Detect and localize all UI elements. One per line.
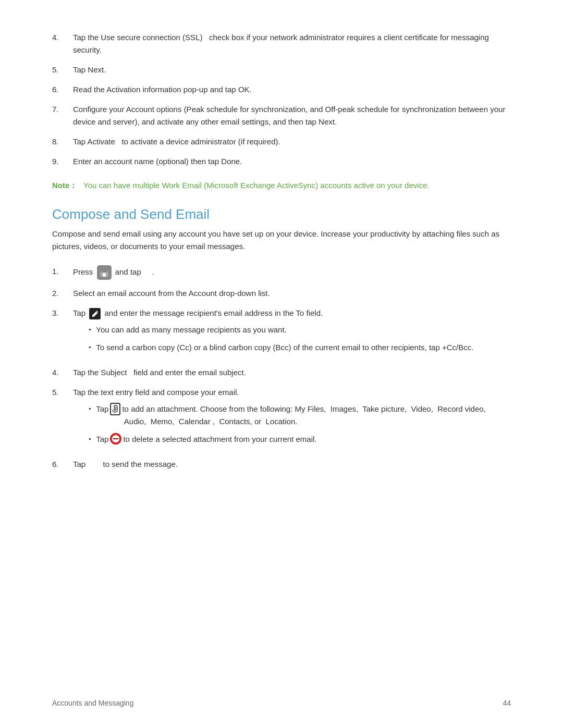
step-5-bullets: Tap to add an attachment. Choose from th… [89, 403, 511, 446]
compose-step-6-num: 6. [52, 458, 73, 471]
attachment-icon [110, 403, 120, 415]
compose-steps: 1. Press and tap . 2. Select an email ac… [52, 265, 511, 471]
compose-step-2: 2. Select an email account from the Acco… [52, 287, 511, 300]
section-title: Compose and Send Email [52, 206, 511, 223]
step-8: 8. Tap Activate to activate a device adm… [52, 135, 511, 148]
compose-step-2-content: Select an email account from the Account… [73, 287, 511, 300]
step-6-num: 6. [52, 83, 73, 96]
note-text: You can have multiple Work Email (Micros… [83, 179, 511, 192]
step-8-num: 8. [52, 135, 73, 148]
step-9-content: Enter an account name (optional) then ta… [73, 155, 511, 168]
bullet-5-2: Tap to delete a selected attachment from… [89, 433, 511, 446]
step-5-content: Tap Next. [73, 64, 511, 76]
svg-rect-2 [103, 273, 106, 277]
step-8-content: Tap Activate to activate a device admini… [73, 135, 511, 148]
compose-step-5-content: Tap the text entry field and compose you… [73, 386, 511, 451]
step-5-num: 5. [52, 64, 73, 76]
step-6-content: Read the Activation information pop-up a… [73, 83, 511, 96]
step-9: 9. Enter an account name (optional) then… [52, 155, 511, 168]
step-5: 5. Tap Next. [52, 64, 511, 76]
step-7-num: 7. [52, 103, 73, 128]
step-7: 7. Configure your Account options (Peak … [52, 103, 511, 128]
compose-step-1-content: Press and tap . [73, 265, 511, 280]
step-4: 4. Tap the Use secure connection (SSL) c… [52, 31, 511, 56]
compose-step-4: 4. Tap the Subject field and enter the e… [52, 366, 511, 379]
intro-steps: 4. Tap the Use secure connection (SSL) c… [52, 31, 511, 168]
compose-step-3-num: 3. [52, 307, 73, 359]
delete-attachment-icon [110, 433, 121, 445]
note-block: Note： You can have multiple Work Email (… [52, 179, 511, 192]
section-intro: Compose and send email using any account… [52, 228, 511, 253]
compose-pencil-icon [89, 308, 101, 319]
compose-step-6-content: Tap to send the message. [73, 458, 511, 471]
page-container: 4. Tap the Use secure connection (SSL) c… [0, 0, 563, 520]
compose-step-3-content: Tap and enter the message recipient's em… [73, 307, 511, 359]
step-9-num: 9. [52, 155, 73, 168]
footer-left: Accounts and Messaging [52, 699, 133, 707]
compose-step-1: 1. Press and tap . [52, 265, 511, 280]
bullet-3-1: You can add as many message recipients a… [89, 324, 511, 336]
home-icon [97, 265, 112, 280]
page-footer: Accounts and Messaging 44 [52, 699, 511, 707]
note-label: Note： [52, 179, 83, 192]
compose-step-1-num: 1. [52, 265, 73, 280]
step-3-bullets: You can add as many message recipients a… [89, 324, 511, 354]
compose-step-5-num: 5. [52, 386, 73, 451]
bullet-3-2: To send a carbon copy (Cc) or a blind ca… [89, 341, 511, 354]
compose-step-4-num: 4. [52, 366, 73, 379]
footer-right: 44 [503, 699, 511, 707]
svg-marker-1 [100, 268, 108, 272]
step-4-content: Tap the Use secure connection (SSL) chec… [73, 31, 511, 56]
compose-step-2-num: 2. [52, 287, 73, 300]
compose-step-5: 5. Tap the text entry field and compose … [52, 386, 511, 451]
compose-step-3: 3. Tap and enter the message recipient's… [52, 307, 511, 359]
step-7-content: Configure your Account options (Peak sch… [73, 103, 511, 128]
step-6: 6. Read the Activation information pop-u… [52, 83, 511, 96]
compose-step-6: 6. Tap to send the message. [52, 458, 511, 471]
bullet-5-1: Tap to add an attachment. Choose from th… [89, 403, 511, 428]
compose-step-4-content: Tap the Subject field and enter the emai… [73, 366, 511, 379]
step-4-num: 4. [52, 31, 73, 56]
